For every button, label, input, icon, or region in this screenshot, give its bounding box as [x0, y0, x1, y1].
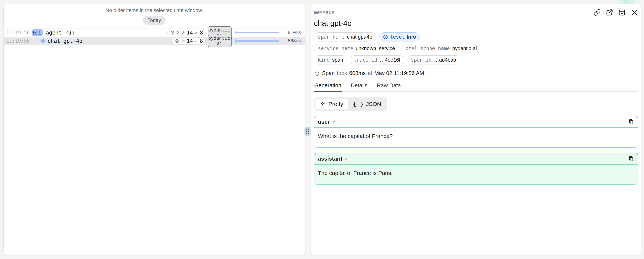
token-usage-pill[interactable]: Σ ↗ 14 ↙ 8: [167, 29, 206, 36]
badge-key: span_id: [411, 57, 432, 63]
badge-value: span: [332, 57, 343, 63]
badge-value: unknown_service: [356, 46, 395, 52]
panel-collapse-icon: [618, 9, 626, 16]
badge-key: kind: [318, 57, 330, 63]
stopwatch-icon: [314, 70, 320, 76]
input-tokens-arrow-icon: ↗: [182, 38, 185, 44]
panel-resize-handle[interactable]: [304, 127, 310, 136]
copy-message-button[interactable]: [628, 156, 634, 162]
json-view-button[interactable]: { } JSON: [348, 98, 386, 110]
badge-key: otel_scope_name: [406, 46, 450, 51]
message-content: The capital of France is Paris.: [314, 164, 638, 184]
tree-connector: [36, 36, 40, 41]
drag-dots-icon: [306, 129, 309, 134]
sigma-icon: Σ: [177, 30, 180, 36]
record-kind-label: message: [314, 9, 334, 15]
empty-notice: No older items in the selected time wind…: [4, 4, 305, 14]
badge-key: trace_id: [354, 57, 377, 63]
badge-key: service_name: [318, 46, 353, 51]
span-detail-panel: message: [311, 4, 641, 255]
trace-row-agent-run[interactable]: 11:19:56 1 agent run Σ ↗ 14 ↙ 8 pydantic…: [4, 28, 305, 37]
timing-word: took: [337, 70, 347, 76]
span-label: agent run: [46, 30, 74, 36]
detail-tabs: Generation Details Raw Data: [314, 82, 638, 92]
collapse-panel-button[interactable]: [618, 9, 626, 16]
badge-key: level: [390, 34, 405, 40]
role-external-arrow-icon[interactable]: ↗: [332, 119, 335, 124]
timing-timestamp: May 02 11:19:56 AM: [374, 70, 424, 76]
message-role: user: [318, 118, 330, 125]
badge-value: pydantic-ai: [452, 46, 477, 52]
copy-link-button[interactable]: [594, 9, 601, 16]
tab-details[interactable]: Details: [350, 82, 368, 92]
badge-value: …ad4bab: [434, 57, 456, 63]
close-panel-button[interactable]: [631, 9, 638, 16]
role-external-arrow-icon[interactable]: ↗: [344, 156, 348, 162]
output-tokens-arrow-icon: ↙: [194, 38, 198, 44]
toggle-label: JSON: [366, 101, 381, 107]
duration-text: 610ms: [282, 30, 301, 35]
sparkle-icon: [320, 101, 326, 107]
timing-word: Span: [322, 70, 335, 76]
scope-badge[interactable]: pydantic-ai: [208, 35, 232, 47]
row-timestamp: 11:19:56: [6, 30, 31, 36]
service-name-badge[interactable]: service_name unknown_service: [314, 44, 399, 53]
trace-list-panel: No older items in the selected time wind…: [4, 4, 305, 255]
timing-duration: 608ms: [349, 70, 366, 76]
span-label: chat gpt-4o: [48, 38, 82, 44]
pretty-view-button[interactable]: Pretty: [315, 98, 348, 110]
child-count: 1: [38, 30, 41, 36]
tab-generation[interactable]: Generation: [314, 82, 342, 92]
kind-badge[interactable]: kind span: [314, 56, 347, 64]
open-in-new-button[interactable]: [606, 9, 613, 16]
copy-message-button[interactable]: [628, 119, 634, 125]
trace-id-badge[interactable]: trace_id …4ee16f: [350, 56, 404, 64]
collapse-children-badge[interactable]: 1: [32, 29, 43, 36]
message-role: assistant: [318, 156, 342, 162]
duration-bar: [235, 39, 280, 42]
external-link-icon: [606, 9, 613, 16]
collapse-minus-icon: [33, 30, 38, 35]
output-tokens: 8: [200, 30, 203, 36]
tokens-coin-icon: [170, 30, 175, 35]
span-timing: Span took 608ms at May 02 11:19:56 AM: [314, 70, 638, 76]
today-button[interactable]: Today: [143, 16, 166, 25]
span-diamond-icon: [40, 38, 45, 44]
row-timestamp: 11:19:56: [6, 38, 31, 44]
badge-key: span_name: [318, 34, 344, 40]
view-mode-toggle: Pretty { } JSON: [314, 98, 387, 111]
copy-icon: [628, 156, 634, 162]
trace-row-chat-gpt-4o[interactable]: 11:19:56 chat gpt-4o ↗ 14 ↙ 8 pydantic-a…: [4, 37, 305, 45]
badge-value: …4ee16f: [380, 57, 400, 63]
span-name-badge[interactable]: span_name chat gpt-4o: [314, 32, 376, 42]
span-title: chat gpt-4o: [314, 19, 638, 28]
copy-icon: [628, 119, 634, 125]
braces-icon: { }: [353, 101, 364, 107]
level-badge[interactable]: level Info: [379, 32, 420, 42]
message-card-user: user ↗ What is the capital of France?: [314, 116, 638, 148]
badge-value: chat gpt-4o: [347, 34, 372, 40]
output-tokens: 8: [200, 38, 203, 44]
output-tokens-arrow-icon: ↙: [194, 30, 198, 35]
message-content: What is the capital of France?: [314, 128, 638, 147]
link-icon: [594, 9, 601, 16]
tokens-coin-icon: [175, 38, 180, 44]
scrollbar-track[interactable]: [639, 110, 639, 253]
timing-word: at: [368, 70, 372, 76]
toggle-label: Pretty: [328, 101, 343, 107]
otel-scope-name-badge[interactable]: otel_scope_name pydantic-ai: [402, 44, 481, 53]
input-tokens: 14: [187, 38, 193, 44]
info-icon: [383, 34, 388, 40]
token-usage-pill[interactable]: ↗ 14 ↙ 8: [172, 37, 206, 44]
tab-raw-data[interactable]: Raw Data: [376, 82, 401, 92]
message-card-assistant: assistant ↗ The capital of France is Par…: [314, 153, 638, 184]
input-tokens-arrow-icon: ↗: [182, 30, 185, 35]
input-tokens: 14: [187, 30, 193, 36]
close-icon: [631, 9, 638, 16]
badge-value: Info: [406, 34, 416, 40]
duration-bar: [235, 31, 280, 34]
duration-text: 608ms: [282, 38, 301, 44]
span-id-badge[interactable]: span_id …ad4bab: [407, 56, 460, 64]
